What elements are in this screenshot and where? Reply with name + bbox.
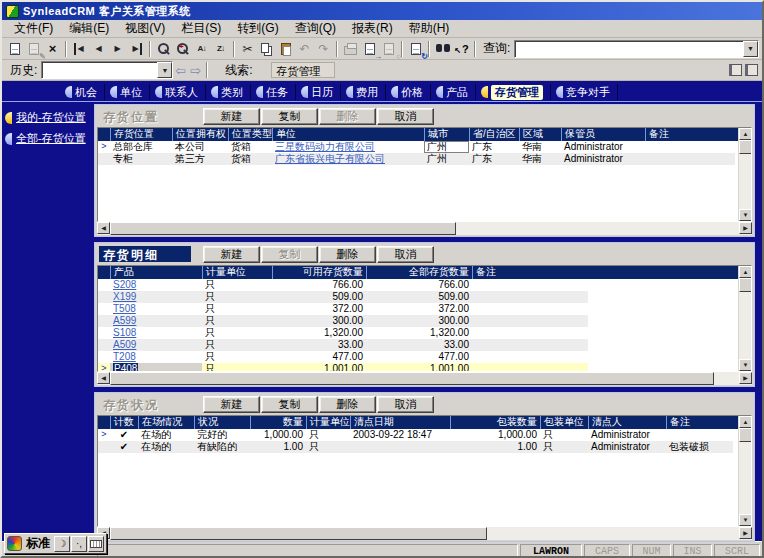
scroll-down-button[interactable]: ▼ [739,359,752,371]
ime-punctuation-icon[interactable]: ·, [71,536,87,552]
table-row[interactable]: 专柜第三方货箱广东省振兴电子有限公司广州广东华南Administrator [98,153,735,165]
tab-产品[interactable]: 产品 [433,84,476,100]
tab-联系人[interactable]: 联系人 [152,84,206,100]
column-header-计数[interactable]: 计数 [110,416,138,429]
scroll-right-button[interactable]: ▶ [739,527,752,539]
menu-item-6[interactable]: 报表(R) [344,19,401,38]
column-header-全部存货数量[interactable]: 全部存货数量 [366,266,472,279]
horizontal-scrollbar-inventory-detail[interactable]: ◀▶ [97,372,752,385]
scroll-right-button[interactable]: ▶ [739,372,752,384]
inventory-detail-link[interactable]: A509 [113,339,136,350]
sort-descending-button[interactable]: Z↓ [211,40,230,58]
report-book-icon[interactable] [729,64,742,76]
column-header-备注[interactable]: 备注 [472,266,588,279]
inventory-location-link[interactable]: 三星数码动力有限公司 [275,141,375,152]
ime-fullhalf-moon-icon[interactable]: ☽ [54,536,70,552]
sidebar-item-1[interactable]: 全部-存货位置 [5,128,94,149]
vertical-scrollbar-inventory-status[interactable]: ▲▼ [738,416,751,526]
column-header-可用存货数量[interactable]: 可用存货数量 [272,266,366,279]
menu-item-5[interactable]: 查询(Q) [287,19,344,38]
sort-ascending-button[interactable]: A↓ [192,40,211,58]
button-inventory-location-3[interactable]: 取消 [377,108,434,125]
button-inventory-status-2[interactable]: 删除 [319,396,376,413]
history-dropdown-button[interactable]: ▼ [157,62,172,78]
table-row[interactable]: X199只509.00509.00 [98,291,588,303]
tab-存货管理[interactable]: 存货管理 [478,84,551,100]
table-row[interactable]: T208只477.00477.00 [98,351,588,363]
next-record-button[interactable]: ▶ [108,40,127,58]
column-header-计量单位[interactable]: 计量单位 [306,416,350,429]
last-record-button[interactable]: ▶ [127,40,146,58]
scroll-left-button[interactable]: ◀ [97,222,110,234]
inventory-detail-link[interactable]: S208 [113,279,136,290]
vertical-scrollbar-inventory-location[interactable]: ▲▼ [738,128,751,221]
table-row[interactable]: A509只33.0033.00 [98,339,588,351]
copy-button[interactable] [257,40,276,58]
ime-softkeyboard-icon[interactable] [88,536,104,552]
column-header-清点日期[interactable]: 清点日期 [350,416,450,429]
scroll-up-button[interactable]: ▲ [739,266,752,278]
vertical-scroll-track[interactable] [739,292,751,359]
scroll-left-button[interactable]: ◀ [97,372,110,384]
ime-logo-icon[interactable] [7,536,22,551]
button-inventory-status-0[interactable]: 新建 [203,396,260,413]
column-header-在场情况[interactable]: 在场情况 [138,416,194,429]
table-row[interactable]: ✔在场的有缺陷的1.00只1.00只Administrator包装破损 [98,441,733,453]
inventory-detail-link[interactable]: X199 [113,291,136,302]
refresh-button[interactable]: ↻ [406,40,425,58]
vertical-scrollbar-inventory-detail[interactable]: ▲▼ [738,266,751,371]
menu-item-1[interactable]: 编辑(E) [61,19,117,38]
column-header-城市[interactable]: 城市 [424,128,469,141]
tab-机会[interactable]: 机会 [62,84,105,100]
first-record-button[interactable]: ◀ [70,40,89,58]
inventory-location-link[interactable]: 广东省振兴电子有限公司 [275,153,385,164]
query-input[interactable] [515,41,743,57]
scroll-up-button[interactable]: ▲ [739,128,752,140]
horizontal-scroll-thumb[interactable] [110,222,456,235]
vertical-scroll-track[interactable] [739,442,751,514]
horizontal-scrollbar-inventory-status[interactable]: ◀▶ [97,527,752,540]
forward-arrow-icon[interactable]: ⇨ [190,64,201,77]
inventory-detail-link[interactable]: S108 [113,327,136,338]
table-row[interactable]: S208只766.00766.00 [98,279,588,291]
button-inventory-status-1[interactable]: 复制 [261,396,318,413]
sidebar-item-0[interactable]: 我的-存货位置 [5,107,94,128]
vertical-scroll-thumb[interactable] [739,278,752,292]
button-inventory-location-0[interactable]: 新建 [203,108,260,125]
prev-record-button[interactable]: ◀ [89,40,108,58]
horizontal-scroll-track[interactable] [110,372,739,385]
menu-item-3[interactable]: 栏目(S) [173,19,229,38]
tab-任务[interactable]: 任务 [253,84,296,100]
filter-search-button[interactable]: + [173,40,192,58]
table-row[interactable]: S108只1,320.001,320.00 [98,327,588,339]
inventory-detail-link[interactable]: T208 [113,351,136,362]
history-combobox[interactable]: ▼ [41,61,173,79]
table-row[interactable]: A599只300.00300.00 [98,315,588,327]
column-header-保管员[interactable]: 保管员 [561,128,645,141]
button-inventory-location-1[interactable]: 复制 [261,108,318,125]
vertical-scroll-thumb[interactable] [739,140,752,154]
horizontal-scroll-track[interactable] [110,222,739,235]
table-row[interactable]: >总部仓库本公司货箱三星数码动力有限公司广州广东华南Administrator [98,141,735,153]
column-header-包装单位[interactable]: 包装单位 [540,416,588,429]
column-header-存货位置[interactable]: 存货位置 [110,128,172,141]
horizontal-scroll-track[interactable] [110,527,739,540]
ime-name[interactable]: 标准 [23,535,53,552]
column-header-数量[interactable]: 数量 [250,416,306,429]
horizontal-scroll-thumb[interactable] [110,372,714,385]
button-inventory-detail-3[interactable]: 取消 [377,246,434,263]
column-header-单位[interactable]: 单位 [272,128,424,141]
column-header-状况[interactable]: 状况 [194,416,250,429]
find-button[interactable] [433,40,452,58]
delete-record-button[interactable]: × [43,40,62,58]
button-inventory-detail-2[interactable]: 删除 [319,246,376,263]
catalog-book-icon[interactable] [745,64,758,76]
column-header-产品[interactable]: 产品 [110,266,202,279]
table-row[interactable]: T508只372.00372.00 [98,303,588,315]
column-header-包装数量[interactable]: 包装数量 [450,416,540,429]
table-row[interactable]: >✔在场的完好的1,000.00只2003-09-22 18:471,000.0… [98,429,733,441]
query-dropdown-button[interactable]: ▼ [743,41,758,57]
column-header-清点人[interactable]: 清点人 [588,416,666,429]
scroll-down-button[interactable]: ▼ [739,514,752,526]
scroll-right-button[interactable]: ▶ [739,222,752,234]
